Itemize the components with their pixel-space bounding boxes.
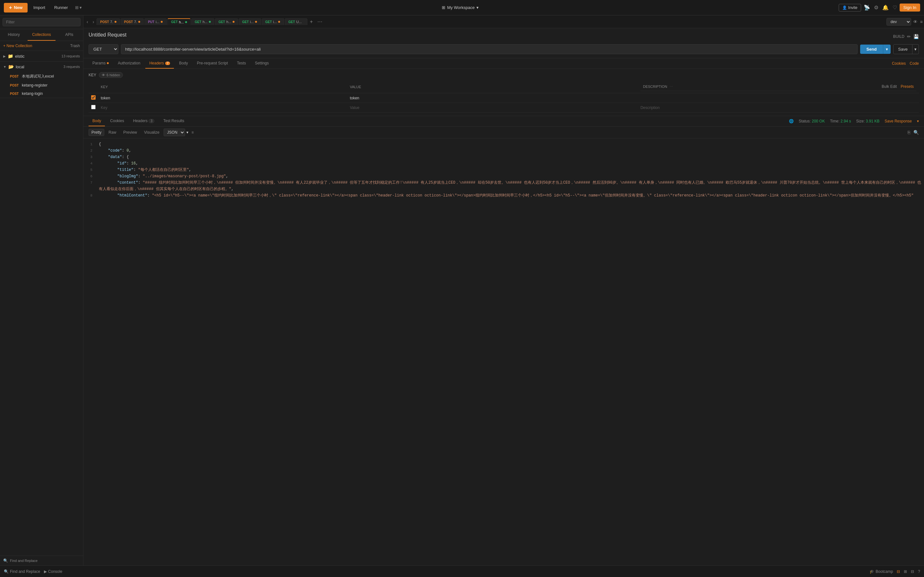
list-item[interactable]: POST ketang-register xyxy=(0,81,83,89)
tab-nav-back[interactable]: ‹ xyxy=(85,18,90,26)
sidebar-tab-apis[interactable]: APIs xyxy=(55,29,83,41)
format-visualize-button[interactable]: Visualize xyxy=(141,129,162,136)
request-tab-3[interactable]: GET h... xyxy=(168,18,191,25)
resp-tab-test-results[interactable]: Test Results xyxy=(160,116,188,126)
send-button[interactable]: Send xyxy=(860,45,883,54)
resp-tab-body[interactable]: Body xyxy=(89,116,105,126)
workspace-button[interactable]: ⊞ My Workspace ▾ xyxy=(442,5,479,10)
response-code-viewer[interactable]: 1 { 2 "code": 0, 3 "data": { 4 "id": 16, xyxy=(83,139,924,566)
key-placeholder-text: Key xyxy=(101,105,107,110)
row-key-cell[interactable]: token xyxy=(98,93,347,103)
find-replace-bottom[interactable]: 🔍 Find and Replace xyxy=(4,569,40,574)
url-input[interactable] xyxy=(121,44,858,54)
tab-params[interactable]: Params xyxy=(89,58,113,69)
request-tab-6[interactable]: GET i... xyxy=(239,18,261,25)
row-value-placeholder[interactable]: Value xyxy=(347,103,638,113)
sidebar-tab-collections[interactable]: Collections xyxy=(27,29,55,41)
settings-icon[interactable]: ⚙ xyxy=(874,5,879,11)
tab-pre-request[interactable]: Pre-request Script xyxy=(193,58,232,69)
filter-input[interactable] xyxy=(3,18,81,26)
new-collection-button[interactable]: + New Collection xyxy=(3,44,32,48)
sidebar-tab-history[interactable]: History xyxy=(0,29,27,41)
bootcamp-button[interactable]: 🎓 Bootcamp xyxy=(869,569,893,574)
tab-authorization[interactable]: Authorization xyxy=(114,58,144,69)
format-raw-button[interactable]: Raw xyxy=(105,129,119,136)
signin-button[interactable]: Sign In xyxy=(900,3,920,11)
list-item[interactable]: POST 本地调试写入excel xyxy=(0,72,83,81)
row-key-placeholder[interactable]: Key xyxy=(98,103,347,113)
import-button[interactable]: Import xyxy=(30,3,48,12)
request-tab-7[interactable]: GET i... xyxy=(262,18,284,25)
request-tab-8[interactable]: GET U... xyxy=(285,18,307,25)
new-button[interactable]: + New xyxy=(4,3,27,13)
collection-header-local[interactable]: ▼ 📂 local 3 requests xyxy=(0,61,83,72)
search-response-icon[interactable]: 🔍 xyxy=(913,130,919,135)
runner-button[interactable]: Runner xyxy=(51,3,71,12)
resp-tab-cookies[interactable]: Cookies xyxy=(106,116,128,126)
collection-header-elstic[interactable]: ▶ 📁 elstic 13 requests xyxy=(0,51,83,61)
tab-headers[interactable]: Headers 7 xyxy=(145,58,174,69)
tab-nav-forward[interactable]: › xyxy=(91,18,96,26)
bulk-edit-button[interactable]: Bulk Edit xyxy=(882,84,897,89)
row-checkbox[interactable] xyxy=(91,105,95,109)
tab-dot xyxy=(161,21,163,23)
method-select[interactable]: GET POST PUT DELETE PATCH xyxy=(89,44,118,54)
invite-button[interactable]: 👤 Invite xyxy=(838,4,861,11)
notification-icon[interactable]: 🔔 xyxy=(882,5,889,11)
format-pretty-button[interactable]: Pretty xyxy=(89,129,104,136)
send-dropdown-button[interactable]: ▾ xyxy=(883,45,891,54)
tab-menu-button[interactable]: ⋯ xyxy=(315,18,325,25)
save-button[interactable]: Save xyxy=(893,44,913,54)
layout-icon-3[interactable]: ⊟ xyxy=(911,569,914,574)
save-icon[interactable]: 💾 xyxy=(913,34,919,39)
tab-method: GET xyxy=(288,20,295,24)
request-tab-0[interactable]: POST 7. xyxy=(97,18,120,25)
more-options-icon[interactable]: ⋯ xyxy=(670,85,673,89)
search-bottom-icon: 🔍 xyxy=(4,569,9,574)
row-value-cell[interactable]: token xyxy=(347,93,638,103)
console-bottom[interactable]: ▶ Console xyxy=(44,569,62,574)
help-icon[interactable]: ? xyxy=(918,569,920,574)
row-checkbox[interactable] xyxy=(91,95,95,100)
request-tab-1[interactable]: POST 7. xyxy=(121,18,144,25)
save-response-chevron-icon[interactable]: ▾ xyxy=(917,119,919,123)
request-tab-5[interactable]: GET h... xyxy=(215,18,238,25)
request-tab-2[interactable]: PUT i... xyxy=(144,18,167,25)
format-type-select[interactable]: JSON XML HTML Text xyxy=(164,129,185,136)
windows-icon[interactable]: ⊞ ▾ xyxy=(75,5,82,10)
presets-button[interactable]: Presets xyxy=(901,84,914,89)
tab-tests[interactable]: Tests xyxy=(233,58,250,69)
resp-tab-headers[interactable]: Headers 3 xyxy=(129,116,158,126)
code-link[interactable]: Code xyxy=(909,61,919,66)
save-dropdown-button[interactable]: ▾ xyxy=(913,44,919,54)
layout-icon-1[interactable]: ⊟ xyxy=(897,569,900,574)
resp-tab-body-label: Body xyxy=(92,119,101,123)
tab-settings[interactable]: Settings xyxy=(251,58,272,69)
edit-icon[interactable]: ✏ xyxy=(907,34,911,39)
tab-params-label: Params xyxy=(92,61,105,65)
list-item[interactable]: POST ketang-login xyxy=(0,89,83,98)
env-select-dropdown[interactable]: dev prod staging xyxy=(887,18,911,26)
hidden-headers-badge[interactable]: 👁 6 hidden xyxy=(99,72,123,78)
find-replace-area[interactable]: 🔍 Find and Replace xyxy=(0,556,83,566)
topbar: + New Import Runner ⊞ ▾ ⊞ My Workspace ▾… xyxy=(0,0,924,15)
wrap-lines-icon[interactable]: ≡ xyxy=(192,130,194,135)
save-response-button[interactable]: Save Response xyxy=(885,119,912,123)
tab-body[interactable]: Body xyxy=(175,58,192,69)
row-desc-placeholder[interactable]: Description xyxy=(638,103,919,113)
add-tab-button[interactable]: + xyxy=(308,18,315,25)
trash-button[interactable]: Trash xyxy=(70,44,80,48)
line-content: { xyxy=(96,141,924,147)
cookies-link[interactable]: Cookies xyxy=(892,61,906,66)
request-tab-4[interactable]: GET h... xyxy=(191,18,214,25)
copy-icon[interactable]: ⎘ xyxy=(908,130,910,135)
eye-icon: 👁 xyxy=(102,73,105,77)
layout-icon-2[interactable]: ⊞ xyxy=(904,569,907,574)
heart-icon[interactable]: ♡ xyxy=(893,5,897,11)
satellite-icon[interactable]: 📡 xyxy=(864,5,870,11)
row-desc-cell[interactable] xyxy=(638,93,919,103)
format-preview-button[interactable]: Preview xyxy=(120,129,140,136)
filter-icon[interactable]: ≡ xyxy=(920,19,923,24)
workspace-chevron-icon: ▾ xyxy=(477,5,479,10)
eye-icon[interactable]: 👁 xyxy=(913,19,918,24)
